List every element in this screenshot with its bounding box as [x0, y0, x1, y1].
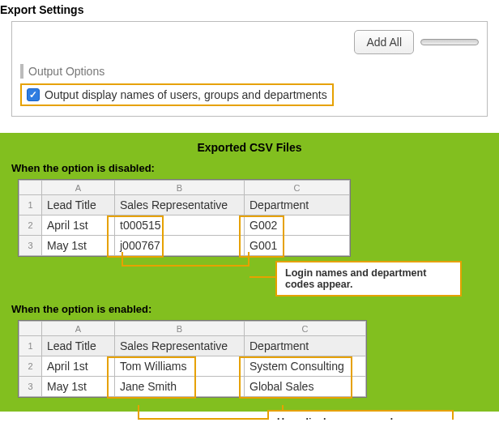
section-marker-icon: [20, 64, 23, 79]
col-letter: B: [115, 181, 245, 195]
add-all-button[interactable]: Add All: [354, 30, 414, 54]
disabled-table: A B C 1 Lead Title Sales Representative …: [19, 180, 350, 256]
cell: May 1st: [42, 377, 115, 397]
col-letter: A: [42, 181, 115, 195]
option-highlight: ✓ Output display names of users, groups …: [20, 83, 334, 106]
corner-cell: [19, 181, 42, 195]
cell: G002: [245, 215, 350, 236]
cell: t000515: [115, 215, 245, 236]
cell: April 1st: [42, 215, 115, 236]
col-letter: A: [42, 322, 115, 336]
table-header: Lead Title: [42, 336, 115, 356]
row-num: 1: [19, 195, 42, 215]
table-row: 2 April 1st Tom Williams System Consulti…: [19, 356, 366, 377]
enabled-table: A B C 1 Lead Title Sales Representative …: [19, 321, 366, 397]
table-header: Sales Representative: [115, 336, 245, 356]
display-names-label: Output display names of users, groups an…: [45, 88, 327, 101]
cell: Jane Smith: [115, 377, 245, 397]
enabled-heading: When the option is enabled:: [11, 303, 488, 315]
table-row: 3 May 1st Jane Smith Global Sales: [19, 377, 366, 397]
enabled-sheet: A B C 1 Lead Title Sales Representative …: [18, 320, 367, 398]
row-num: 1: [19, 336, 42, 356]
col-letter: C: [245, 322, 366, 336]
display-names-checkbox[interactable]: ✓: [27, 88, 40, 101]
cell: April 1st: [42, 356, 115, 377]
scrollbar-stub[interactable]: [420, 39, 479, 45]
table-header: Sales Representative: [115, 195, 245, 215]
row-num: 3: [19, 236, 42, 256]
csv-title: Exported CSV Files: [11, 141, 488, 154]
disabled-heading: When the option is disabled:: [11, 162, 488, 174]
table-header: Department: [245, 195, 350, 215]
row-num: 3: [19, 377, 42, 397]
col-letter: B: [115, 322, 245, 336]
disabled-sheet: A B C 1 Lead Title Sales Representative …: [18, 179, 351, 257]
toolbar: Add All: [20, 30, 479, 64]
export-settings-panel: Add All Output Options ✓ Output display …: [11, 21, 488, 117]
cell: G001: [245, 236, 350, 256]
page-title: Export Settings: [0, 0, 499, 21]
table-header: Lead Title: [42, 195, 115, 215]
callout-enabled: User display names and department displa…: [267, 410, 454, 420]
connector-line: [138, 405, 284, 420]
cell: Tom Williams: [115, 356, 245, 377]
cell: May 1st: [42, 236, 115, 256]
col-letter: C: [245, 181, 350, 195]
table-row: 3 May 1st j000767 G001: [19, 236, 350, 256]
corner-cell: [19, 322, 42, 336]
cell: Global Sales: [245, 377, 366, 397]
table-header: Department: [245, 336, 366, 356]
row-num: 2: [19, 215, 42, 236]
csv-examples-panel: Exported CSV Files When the option is di…: [0, 133, 499, 412]
callout-disabled: Login names and department codes appear.: [275, 261, 462, 297]
cell: System Consulting: [245, 356, 366, 377]
cell: j000767: [115, 236, 245, 256]
output-options-label: Output Options: [28, 65, 104, 78]
output-options-header: Output Options: [20, 64, 479, 79]
table-row: 2 April 1st t000515 G002: [19, 215, 350, 236]
row-num: 2: [19, 356, 42, 377]
